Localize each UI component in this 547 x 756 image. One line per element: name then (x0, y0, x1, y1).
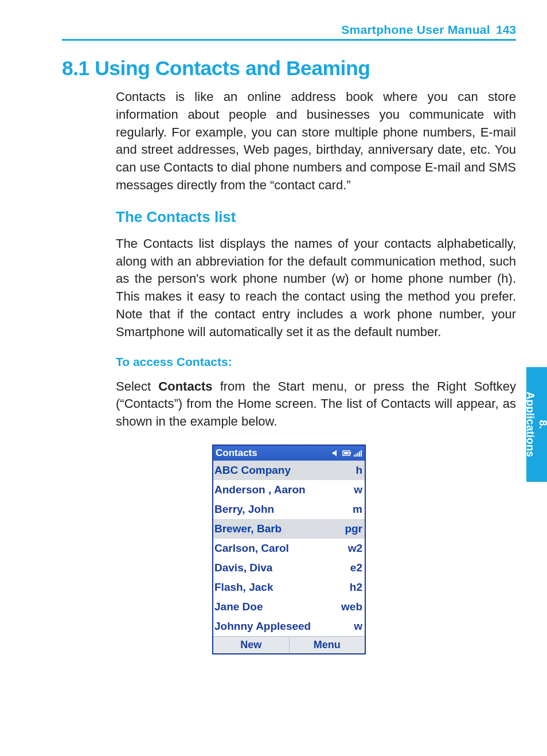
section-heading: 8.1 Using Contacts and Beaming (62, 57, 516, 80)
phone-title: Contacts (216, 447, 257, 459)
contact-method-code: h2 (350, 581, 362, 594)
contact-row[interactable]: Carlson, Carolw2 (213, 539, 365, 558)
contact-method-code: m (353, 503, 362, 516)
contact-method-code: web (341, 601, 362, 613)
contact-row[interactable]: ABC Companyh (213, 461, 365, 480)
manual-page: Smartphone User Manual 143 8.1 Using Con… (0, 0, 547, 756)
contacts-list-paragraph: The Contacts list displays the names of … (116, 235, 516, 341)
contact-row[interactable]: Davis, Divae2 (213, 558, 365, 578)
contact-name: Jane Doe (214, 601, 263, 613)
softkey-bar: New Menu (213, 636, 365, 653)
access-text-bold: Contacts (158, 379, 212, 393)
phone-screenshot: Contacts ABC CompanyhAnderson , AaronwBe… (62, 445, 516, 654)
svg-rect-7 (361, 450, 362, 457)
chapter-tab: 8. Applications (526, 367, 547, 482)
contact-method-code: pgr (345, 523, 362, 535)
contact-name: Anderson , Aaron (214, 484, 306, 496)
contact-name: Berry, John (214, 503, 274, 516)
svg-rect-2 (344, 452, 349, 454)
chapter-name: Applications (525, 392, 537, 457)
contact-row[interactable]: Flash, Jackh2 (213, 578, 365, 597)
svg-rect-1 (350, 452, 351, 454)
status-icons (331, 449, 362, 457)
contact-method-code: e2 (350, 562, 362, 574)
signal-icon (353, 449, 362, 457)
softkey-new[interactable]: New (213, 637, 289, 653)
contact-row[interactable]: Anderson , Aaronw (213, 480, 365, 500)
phone-screen: Contacts ABC CompanyhAnderson , AaronwBe… (212, 445, 366, 654)
contact-method-code: w (354, 484, 362, 496)
contacts-list: ABC CompanyhAnderson , AaronwBerry, John… (213, 461, 365, 636)
svg-rect-5 (357, 453, 358, 457)
access-paragraph: Select Contacts from the Start menu, or … (116, 378, 516, 431)
contact-name: Flash, Jack (214, 581, 273, 594)
manual-title: Smartphone User Manual (341, 23, 490, 37)
contact-name: Johnny Appleseed (214, 620, 311, 633)
page-header: Smartphone User Manual 143 (62, 23, 516, 41)
contact-name: Carlson, Carol (214, 542, 289, 555)
contact-method-code: w2 (348, 542, 362, 555)
contact-row[interactable]: Brewer, Barbpgr (213, 519, 365, 539)
contact-name: Brewer, Barb (214, 523, 282, 535)
battery-icon (342, 449, 351, 457)
howto-heading: To access Contacts: (116, 355, 516, 369)
page-number: 143 (496, 23, 516, 37)
svg-rect-6 (359, 451, 360, 457)
chapter-tab-label: 8. Applications (524, 392, 547, 457)
contact-row[interactable]: Jane Doeweb (213, 597, 365, 617)
contact-row[interactable]: Berry, Johnm (213, 500, 365, 519)
chapter-number: 8. (537, 420, 547, 429)
softkey-menu[interactable]: Menu (289, 637, 365, 653)
contact-method-code: h (355, 464, 362, 477)
svg-rect-3 (354, 455, 355, 457)
subsection-heading: The Contacts list (116, 208, 516, 226)
contact-method-code: w (354, 620, 362, 633)
contact-name: Davis, Diva (214, 562, 272, 574)
svg-rect-4 (355, 454, 357, 457)
phone-titlebar: Contacts (213, 446, 365, 461)
intro-paragraph: Contacts is like an online address book … (116, 88, 516, 194)
access-text-pre: Select (116, 379, 158, 393)
contact-row[interactable]: Johnny Appleseedw (213, 617, 365, 636)
speaker-icon (331, 449, 341, 457)
contact-name: ABC Company (214, 464, 291, 477)
